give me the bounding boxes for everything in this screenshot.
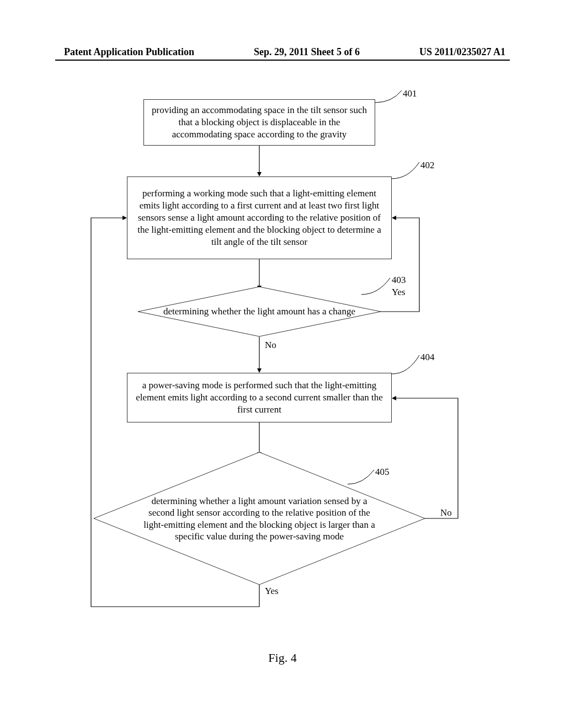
leader-405 xyxy=(348,468,378,487)
leader-404 xyxy=(392,353,425,377)
header-right: US 2011/0235027 A1 xyxy=(419,46,505,58)
svg-marker-1 xyxy=(257,172,262,176)
leader-402 xyxy=(392,160,425,182)
svg-marker-11 xyxy=(392,396,396,400)
figure-caption: Fig. 4 xyxy=(0,651,565,665)
step-401-text: providing an accommodating space in the … xyxy=(150,104,369,141)
page-header: Patent Application Publication Sep. 29, … xyxy=(0,46,565,58)
arrow-405-no xyxy=(392,396,463,523)
header-rule xyxy=(55,60,510,61)
svg-marker-5 xyxy=(392,216,396,220)
arrow-403-yes xyxy=(381,215,430,314)
header-left: Patent Application Publication xyxy=(64,46,194,58)
svg-marker-12 xyxy=(122,216,127,220)
leader-401 xyxy=(375,88,408,105)
arrow-401-402 xyxy=(257,146,262,176)
step-401-box: providing an accommodating space in the … xyxy=(143,99,375,146)
branch-405-yes: Yes xyxy=(265,586,279,597)
arrow-405-yes xyxy=(88,215,265,612)
branch-403-no: No xyxy=(265,340,276,351)
header-center: Sep. 29, 2011 Sheet 5 of 6 xyxy=(254,46,360,58)
